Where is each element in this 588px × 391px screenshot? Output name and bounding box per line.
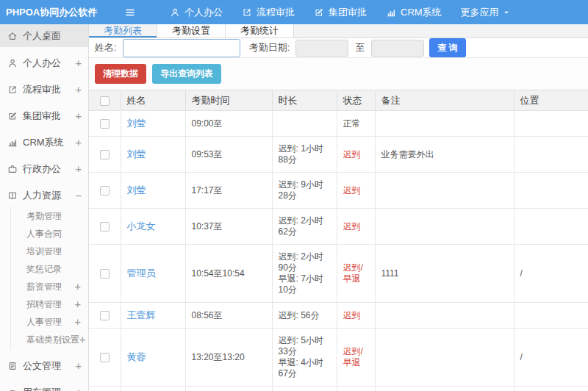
status-badge: 迟到/早退 <box>343 262 363 284</box>
select-all-checkbox[interactable] <box>100 96 110 106</box>
row-checkbox[interactable] <box>100 222 110 232</box>
location-cell <box>514 137 588 173</box>
employee-name-link[interactable]: 刘莹 <box>127 184 146 196</box>
sidebar-subitem-label: 人事合同 <box>26 228 81 240</box>
sidebar-item[interactable]: 用车管理+ <box>0 381 88 391</box>
person-icon <box>170 7 180 18</box>
duration-line: 迟到: 9小时28分 <box>279 179 331 201</box>
column-header: 考勤时间 <box>185 90 272 111</box>
row-checkbox[interactable] <box>100 186 110 196</box>
duration-cell: 迟到: 5小时33分早退: 4小时67分 <box>272 329 337 387</box>
status-badge: 迟到 <box>343 310 361 320</box>
sidebar-subitem[interactable]: 人事合同 <box>11 225 88 243</box>
expand-icon[interactable]: + <box>79 334 85 345</box>
menu-toggle-icon[interactable] <box>124 7 136 18</box>
nav-item-3[interactable]: 集团审批 <box>314 6 367 19</box>
sidebar-item-label: 行政办公 <box>23 162 76 176</box>
expand-icon[interactable]: + <box>76 163 82 175</box>
sidebar-item[interactable]: 公文管理+ <box>0 355 88 376</box>
sidebar-subitem[interactable]: 招聘管理+ <box>11 295 88 313</box>
search-button[interactable]: 查 询 <box>429 38 465 57</box>
duration-line: 迟到: 5小时33分 <box>279 335 331 357</box>
row-checkbox[interactable] <box>100 119 110 129</box>
nav-item-label: 集团审批 <box>329 6 367 19</box>
nav-item-label: CRM系统 <box>401 6 442 19</box>
sidebar-item[interactable]: 人力资源− <box>0 184 88 206</box>
sidebar-item[interactable]: 流程审批+ <box>0 79 88 100</box>
row-checkbox-cell <box>89 137 121 173</box>
nav-item-1[interactable]: 个人办公 <box>170 6 223 19</box>
row-checkbox[interactable] <box>100 150 110 159</box>
date-to-input[interactable] <box>371 40 424 57</box>
note-cell <box>375 329 514 387</box>
action-row: 清理数据 导出查询列表 <box>89 58 588 90</box>
sidebar-item-label: 流程审批 <box>23 83 76 96</box>
expand-icon[interactable]: + <box>76 84 82 96</box>
sidebar-item[interactable]: 个人办公+ <box>0 52 88 73</box>
tab-3[interactable]: 考勤统计 <box>226 24 294 37</box>
row-checkbox[interactable] <box>100 353 110 362</box>
status-badge: 正常 <box>343 118 361 129</box>
column-header: 姓名 <box>121 90 185 111</box>
expand-icon[interactable]: + <box>76 110 82 122</box>
tab-2[interactable]: 考勤设置 <box>157 24 226 37</box>
duration-cell: 迟到: 2小时03分 <box>272 387 337 391</box>
nav-item-4[interactable]: CRM系统 <box>386 6 442 19</box>
expand-icon[interactable]: + <box>76 360 82 372</box>
row-checkbox[interactable] <box>100 269 110 279</box>
sidebar-subitem[interactable]: 人事管理+ <box>11 313 88 331</box>
name-cell: 刘莹 <box>121 173 185 209</box>
location-cell <box>514 303 588 329</box>
tab-label: 考勤设置 <box>172 24 210 37</box>
status-badge: 迟到 <box>343 221 361 232</box>
expand-icon[interactable]: + <box>76 387 82 391</box>
tab-1[interactable]: 考勤列表 <box>89 24 157 37</box>
location-cell: / <box>514 329 588 387</box>
name-input[interactable] <box>123 39 240 57</box>
nav-item-2[interactable]: 流程审批 <box>242 6 295 19</box>
sidebar-subitem-label: 奖惩记录 <box>26 263 81 276</box>
sidebar-subitem-label: 基础类别设置 <box>26 334 79 346</box>
sidebar-submenu: 考勤管理人事合同培训管理奖惩记录薪资管理+招聘管理+人事管理+基础类别设置+ <box>10 206 88 350</box>
duration-line: 迟到: 2小时90分 <box>279 251 331 273</box>
expand-icon[interactable]: + <box>75 281 81 293</box>
sidebar-subitem[interactable]: 培训管理 <box>11 243 88 260</box>
chart-icon <box>386 7 396 18</box>
sidebar-item[interactable]: 行政办公+ <box>0 158 88 179</box>
briefcase-icon <box>7 164 18 174</box>
time-cell: 09:53至 <box>185 137 272 173</box>
sidebar-item-label: 个人桌面 <box>23 29 82 43</box>
sidebar-item[interactable]: 集团审批+ <box>0 105 88 126</box>
expand-icon[interactable]: + <box>76 57 82 69</box>
employee-name-link[interactable]: 刘莹 <box>127 148 146 159</box>
main-content: 考勤列表考勤设置考勤统计 姓名: 考勤日期: 至 查 询 清理数据 导出查询列表 <box>89 24 588 391</box>
sidebar-subitem[interactable]: 考勤管理 <box>11 207 88 225</box>
sidebar-subitem[interactable]: 基础类别设置+ <box>11 331 88 348</box>
expand-icon[interactable]: + <box>75 298 81 310</box>
body-wrap: 个人桌面个人办公+流程审批+集团审批+CRM系统+行政办公+人力资源−考勤管理人… <box>0 24 588 391</box>
clean-data-button[interactable]: 清理数据 <box>95 64 146 84</box>
duration-cell <box>272 111 337 137</box>
sidebar-item[interactable]: CRM系统+ <box>0 132 88 153</box>
expand-icon[interactable]: + <box>76 137 82 148</box>
employee-name-link[interactable]: 刘莹 <box>127 118 146 129</box>
column-header: 备注 <box>375 90 514 111</box>
status-badge: 迟到 <box>343 149 361 159</box>
employee-name-link[interactable]: 王壹辉 <box>127 309 156 320</box>
employee-name-link[interactable]: 小龙女 <box>127 220 156 232</box>
export-list-button[interactable]: 导出查询列表 <box>152 64 221 84</box>
employee-name-link[interactable]: 黄蓉 <box>127 351 146 362</box>
row-checkbox[interactable] <box>100 311 110 320</box>
person-icon <box>7 58 18 68</box>
sidebar-subitem[interactable]: 薪资管理+ <box>11 278 88 295</box>
row-checkbox-cell <box>89 173 121 209</box>
sidebar-item[interactable]: 个人桌面 <box>0 24 88 47</box>
expand-icon[interactable]: + <box>75 316 81 328</box>
sidebar-subitem[interactable]: 奖惩记录 <box>11 260 88 278</box>
collapse-icon[interactable]: − <box>76 190 82 201</box>
nav-item-5[interactable]: 更多应用 <box>461 6 510 19</box>
date-from-input[interactable] <box>295 40 348 57</box>
name-cell: 刘莹 <box>121 137 185 173</box>
employee-name-link[interactable]: 管理员 <box>127 268 156 279</box>
status-badge: 迟到/早退 <box>343 346 363 367</box>
